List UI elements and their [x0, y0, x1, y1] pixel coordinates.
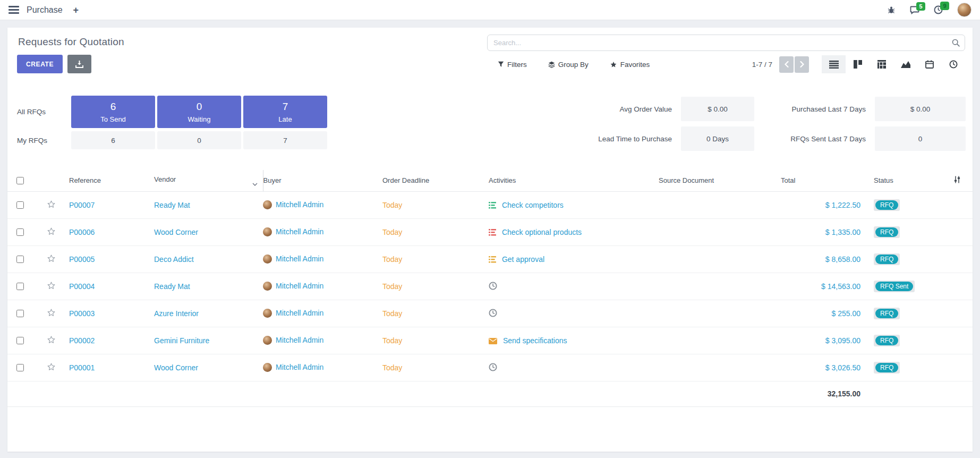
user-avatar[interactable]: [957, 3, 972, 17]
vendor-link[interactable]: Deco Addict: [154, 255, 194, 264]
my-bucket-late[interactable]: 7: [243, 131, 327, 149]
buyer-link[interactable]: Mitchell Admin: [276, 255, 323, 263]
create-button[interactable]: CREATE: [17, 55, 63, 73]
bucket-to-send[interactable]: 6 To Send: [71, 96, 155, 128]
table-row[interactable]: P00006 Wood Corner Mitchell Admin Today …: [7, 218, 973, 245]
status-badge: RFQ: [874, 199, 900, 211]
reference-link[interactable]: P00001: [69, 363, 95, 372]
vendor-link[interactable]: Ready Mat: [154, 282, 190, 291]
table-row[interactable]: P00001 Wood Corner Mitchell Admin Today: [7, 354, 973, 381]
filters-button[interactable]: Filters: [498, 61, 527, 69]
group-by-button[interactable]: Group By: [548, 61, 589, 69]
view-switch-list[interactable]: [822, 55, 846, 73]
purchase-stats: Avg Order Value $ 0.00 Purchased Last 7 …: [587, 97, 966, 151]
source-document-cell: [659, 245, 781, 273]
view-switch-activity[interactable]: [941, 55, 965, 73]
search-input[interactable]: [487, 35, 965, 51]
vendor-link[interactable]: Wood Corner: [154, 228, 198, 236]
col-header-buyer[interactable]: Buyer: [263, 170, 382, 191]
tasks-activity-icon[interactable]: [489, 202, 496, 209]
favorite-star-icon[interactable]: [47, 281, 56, 290]
app-name[interactable]: Purchase: [27, 5, 63, 15]
favorite-star-icon[interactable]: [47, 335, 56, 344]
clock-activity-icon[interactable]: [489, 309, 497, 317]
table-row[interactable]: P00002 Gemini Furniture Mitchell Admin T…: [7, 327, 973, 354]
col-header-activities[interactable]: Activities: [489, 170, 659, 191]
row-checkbox[interactable]: [16, 364, 24, 371]
activity-label[interactable]: Get approval: [502, 255, 544, 264]
tasks-activity-icon[interactable]: [489, 229, 496, 236]
all-rfqs-label: All RFQs: [17, 108, 69, 116]
view-switch-pivot[interactable]: [870, 55, 893, 73]
bucket-waiting[interactable]: 0 Waiting: [157, 96, 241, 128]
table-row[interactable]: P00003 Azure Interior Mitchell Admin Tod…: [7, 300, 973, 327]
source-document-cell: [659, 218, 781, 245]
col-header-vendor[interactable]: Vendor: [154, 170, 263, 191]
pager-previous-button[interactable]: [779, 56, 794, 73]
pager-next-button[interactable]: [795, 56, 809, 73]
activities-icon[interactable]: 9: [934, 5, 943, 14]
reference-link[interactable]: P00002: [69, 336, 95, 345]
email-activity-icon[interactable]: [489, 338, 497, 344]
buyer-link[interactable]: Mitchell Admin: [276, 200, 323, 209]
reference-link[interactable]: P00007: [69, 201, 95, 209]
adjust-columns-icon[interactable]: [953, 176, 961, 183]
select-all-checkbox[interactable]: [16, 177, 24, 184]
row-checkbox[interactable]: [16, 310, 24, 317]
clock-activity-icon[interactable]: [489, 282, 497, 290]
buyer-avatar: [263, 309, 272, 318]
row-checkbox[interactable]: [16, 201, 24, 209]
vendor-link[interactable]: Gemini Furniture: [154, 336, 209, 345]
debug-icon[interactable]: [887, 6, 896, 14]
favorite-star-icon[interactable]: [47, 308, 56, 317]
buyer-link[interactable]: Mitchell Admin: [276, 336, 323, 344]
buyer-link[interactable]: Mitchell Admin: [276, 309, 323, 317]
row-checkbox[interactable]: [16, 283, 24, 290]
buyer-link[interactable]: Mitchell Admin: [276, 363, 323, 371]
col-header-reference[interactable]: Reference: [69, 170, 154, 191]
vendor-link[interactable]: Azure Interior: [154, 309, 199, 318]
new-tab-button[interactable]: +: [73, 5, 79, 15]
table-header-row: Reference Vendor Buyer Order Deadline Ac…: [7, 170, 973, 191]
view-switch-calendar[interactable]: [917, 55, 941, 73]
favorite-star-icon[interactable]: [47, 227, 56, 236]
row-checkbox[interactable]: [16, 337, 24, 344]
total-amount: $ 8,658.00: [825, 255, 860, 264]
favorites-button[interactable]: Favorites: [610, 61, 650, 69]
vendor-link[interactable]: Wood Corner: [154, 363, 198, 372]
view-switch-kanban[interactable]: [846, 55, 870, 73]
col-header-status[interactable]: Status: [860, 170, 953, 191]
my-bucket-to-send[interactable]: 6: [71, 131, 155, 149]
vendor-link[interactable]: Ready Mat: [154, 201, 190, 209]
reference-link[interactable]: P00006: [69, 228, 95, 236]
tasks-activity-icon[interactable]: [489, 256, 496, 263]
view-switch-graph[interactable]: [893, 55, 917, 73]
export-button[interactable]: [67, 55, 91, 73]
search-icon[interactable]: [952, 39, 960, 47]
col-header-total[interactable]: Total: [781, 170, 860, 191]
stat-value-rfqs-sent: 0: [875, 126, 966, 151]
messages-icon[interactable]: 5: [910, 6, 919, 14]
activity-label[interactable]: Check competitors: [502, 201, 564, 209]
activity-label[interactable]: Send specifications: [503, 336, 567, 345]
favorite-star-icon[interactable]: [47, 254, 56, 263]
table-row[interactable]: P00007 Ready Mat Mitchell Admin Today Ch…: [7, 191, 973, 218]
col-header-source-document[interactable]: Source Document: [659, 170, 781, 191]
clock-activity-icon[interactable]: [489, 363, 497, 371]
my-bucket-waiting[interactable]: 0: [157, 131, 241, 149]
buyer-link[interactable]: Mitchell Admin: [276, 227, 323, 236]
apps-menu-icon[interactable]: [8, 6, 19, 14]
table-row[interactable]: P00005 Deco Addict Mitchell Admin Today …: [7, 245, 973, 273]
row-checkbox[interactable]: [16, 256, 24, 263]
favorite-star-icon[interactable]: [47, 362, 56, 371]
buyer-link[interactable]: Mitchell Admin: [276, 282, 323, 290]
table-row[interactable]: P00004 Ready Mat Mitchell Admin Today $: [7, 273, 973, 300]
col-header-order-deadline[interactable]: Order Deadline: [382, 170, 489, 191]
reference-link[interactable]: P00003: [69, 309, 95, 318]
reference-link[interactable]: P00005: [69, 255, 95, 264]
reference-link[interactable]: P00004: [69, 282, 95, 291]
activity-label[interactable]: Check optional products: [502, 228, 582, 236]
row-checkbox[interactable]: [16, 228, 24, 236]
bucket-late[interactable]: 7 Late: [243, 96, 327, 128]
favorite-star-icon[interactable]: [47, 200, 56, 209]
